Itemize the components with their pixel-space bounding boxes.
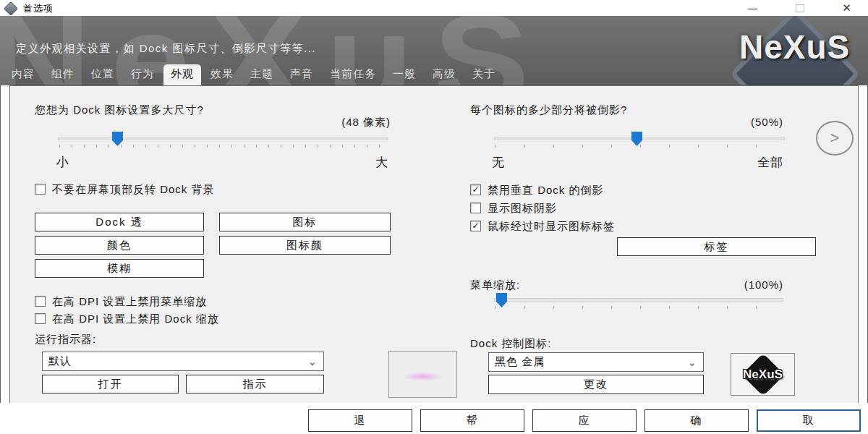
nexus-mini-logo-text: NeXuS: [743, 367, 783, 382]
labels-button[interactable]: 标签: [617, 237, 816, 256]
minimize-button[interactable]: —: [736, 0, 769, 16]
tab-sounds[interactable]: 声音: [283, 64, 320, 85]
right-arrow-icon: >: [830, 129, 840, 148]
ok-button[interactable]: 确: [644, 409, 749, 432]
show-icon-shadow-checkbox[interactable]: [470, 203, 481, 213]
icon-color-button[interactable]: 图标颜: [219, 236, 391, 255]
icon-size-max-label: 大: [367, 154, 388, 171]
tab-themes[interactable]: 主题: [243, 64, 281, 85]
tab-position[interactable]: 位置: [84, 64, 122, 85]
running-indicator-select[interactable]: 默认 ⌄: [42, 352, 324, 371]
next-page-button[interactable]: >: [816, 121, 854, 156]
tab-current-tasks[interactable]: 当前任务: [323, 64, 383, 85]
help-button[interactable]: 帮: [420, 409, 524, 432]
open-button[interactable]: 打开: [42, 375, 179, 393]
header-band: NeXuS 定义外观相关设置，如 Dock 图标尺寸、倒影尺寸等等... NeX…: [0, 16, 868, 85]
tab-contents[interactable]: 内容: [4, 64, 42, 85]
icon-size-value: (48 像素): [253, 116, 391, 129]
icons-button[interactable]: 图标: [219, 213, 391, 231]
chevron-down-icon: ⌄: [307, 355, 318, 368]
preferences-window: 首选项 — ✕ NeXuS 定义外观相关设置，如 Dock 图标尺寸、倒影尺寸等…: [0, 0, 868, 434]
tab-strip: 内容 组件 位置 行为 外观 效果 主题 声音 当前任务 一般 高级 关于: [4, 65, 503, 85]
disable-dock-zoom-high-dpi-label: 在高 DPI 设置上禁用 Dock 缩放: [52, 312, 219, 326]
show-icon-labels-checkbox[interactable]: [470, 221, 481, 231]
indicator-preview-box: [388, 351, 457, 398]
reflection-question: 每个图标的多少部分将被倒影?: [470, 103, 627, 117]
reflection-max-label: 全部: [738, 154, 783, 171]
disable-dock-zoom-high-dpi-checkbox[interactable]: [35, 313, 46, 324]
tab-appearance[interactable]: 外观: [163, 64, 201, 85]
tab-general[interactable]: 一般: [386, 64, 423, 85]
app-diamond-icon: [4, 1, 18, 16]
disable-menu-zoom-high-dpi-checkbox[interactable]: [35, 296, 46, 307]
exit-button[interactable]: 退: [308, 409, 412, 432]
reflection-value: (50%): [651, 116, 783, 128]
show-icon-labels-label: 鼠标经过时显示图标标签: [488, 220, 615, 234]
tab-about[interactable]: 关于: [465, 64, 503, 85]
menu-zoom-slider-ticks: [495, 306, 782, 309]
title-bar: 首选项 — ✕: [0, 0, 868, 16]
disable-vertical-dock-reflection-label: 禁用垂直 Dock 的倒影: [488, 184, 604, 197]
icon-size-min-label: 小: [56, 154, 69, 171]
apply-button[interactable]: 应: [532, 409, 637, 432]
cancel-button[interactable]: 取: [757, 409, 861, 432]
window-title: 首选项: [23, 2, 54, 15]
tab-modules[interactable]: 组件: [44, 64, 82, 85]
nexus-logo-text: NeXuS: [739, 27, 850, 67]
close-button[interactable]: ✕: [830, 0, 863, 16]
icon-size-slider-ticks: [59, 145, 386, 148]
tab-advanced[interactable]: 高级: [425, 64, 463, 85]
icon-size-slider-track[interactable]: [58, 137, 388, 140]
no-invert-dock-background-label: 不要在屏幕顶部反转 Dock 背景: [52, 183, 215, 197]
change-button[interactable]: 更改: [488, 375, 704, 394]
no-invert-dock-background-checkbox[interactable]: [35, 184, 46, 195]
menu-zoom-value: (100%): [665, 278, 783, 291]
dock-control-icon-label: Dock 控制图标:: [470, 337, 552, 351]
disable-menu-zoom-high-dpi-label: 在高 DPI 设置上禁用菜单缩放: [52, 295, 207, 309]
reflection-min-label: 无: [492, 154, 505, 171]
reflection-slider-ticks: [495, 145, 782, 148]
menu-zoom-slider-track[interactable]: [494, 298, 783, 302]
maximize-icon: [796, 4, 804, 12]
maximize-button[interactable]: [783, 0, 816, 16]
disable-vertical-dock-reflection-checkbox[interactable]: [470, 184, 481, 195]
dock-control-icon-preview: NeXuS: [731, 353, 795, 396]
chevron-down-icon: ⌄: [687, 356, 697, 369]
dock-control-icon-select[interactable]: 黑色 金属 ⌄: [488, 352, 704, 372]
color-button[interactable]: 颜色: [35, 236, 204, 255]
tab-behavior[interactable]: 行为: [124, 64, 161, 85]
running-indicator-label: 运行指示器:: [35, 333, 96, 346]
dock-control-selected-value: 黑色 金属: [495, 355, 545, 369]
tab-effects[interactable]: 效果: [203, 64, 241, 85]
dock-transparency-button[interactable]: Dock 透: [35, 213, 204, 231]
show-icon-shadow-label: 显示图标阴影: [488, 202, 557, 216]
indicate-button[interactable]: 指示: [186, 375, 324, 393]
blur-button[interactable]: 模糊: [35, 259, 204, 278]
tab-description: 定义外观相关设置，如 Dock 图标尺寸、倒影尺寸等等...: [16, 42, 316, 56]
running-indicator-selected-value: 默认: [48, 354, 72, 368]
menu-zoom-label: 菜单缩放:: [470, 278, 520, 292]
icon-size-question: 您想为 Dock 图标设置多大尺寸?: [35, 103, 204, 117]
